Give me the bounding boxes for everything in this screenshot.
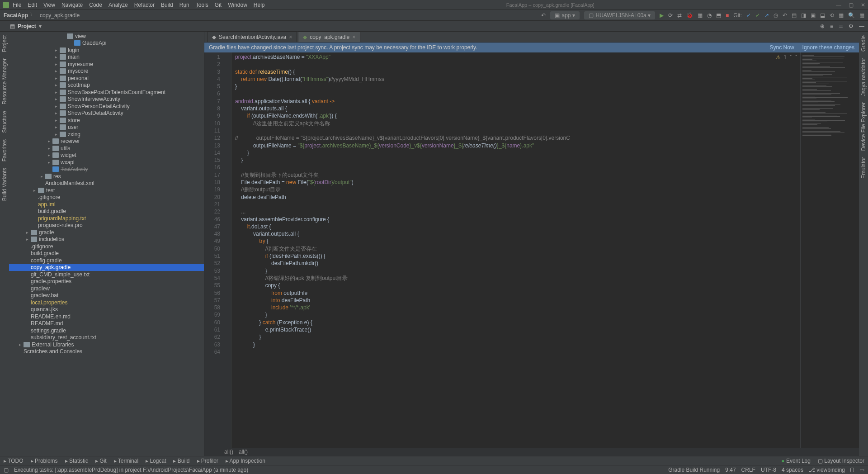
menu-edit[interactable]: Edit [28,2,37,8]
tree-item[interactable]: ▸scottmap [9,82,204,89]
sync-now-link[interactable]: Sync Now [770,44,794,51]
collapse-all-icon[interactable]: ≣ [839,23,843,29]
menu-build[interactable]: Build [161,2,173,8]
tree-item[interactable]: ▸wxapi [9,159,204,166]
run-icon[interactable]: ▶ [660,12,664,19]
tree-item[interactable]: AndroidManifest.xml [9,180,204,187]
stop-icon[interactable]: ■ [726,12,729,19]
bottom-tool-git[interactable]: ▸ Git [95,458,107,464]
maximize-icon[interactable]: ▢ [849,2,854,8]
minimap[interactable] [800,52,859,448]
menu-run[interactable]: Run [179,2,189,8]
menu-analyze[interactable]: Analyze [108,2,128,8]
toolbar-icon-4[interactable]: ▦ [859,12,864,19]
tree-item[interactable]: ▸myscore [9,68,204,75]
code-editor[interactable]: project.archivesBaseName = "XXXApp" stat… [231,52,800,448]
file-encoding[interactable]: UTF-8 [761,467,776,473]
tree-item[interactable]: ▸myresume [9,61,204,68]
toolbar-icon-3[interactable]: ▦ [839,12,844,19]
chevron-down-icon[interactable]: ▾ [39,23,42,29]
avd-icon[interactable]: ▣ [811,12,816,19]
tree-item[interactable]: ▸utils [9,145,204,152]
memory-indicator-icon[interactable]: ▭ [859,467,864,473]
tree-item[interactable]: GaodeApi [9,40,204,47]
toolwindow-toggle-icon[interactable]: ▢ [4,467,9,473]
tree-item[interactable]: view [9,33,204,40]
line-separator[interactable]: CRLF [741,467,755,473]
bottom-tool-todo[interactable]: ▸ TODO [4,458,24,464]
tree-item[interactable]: proguard-rules.pro [9,222,204,229]
bottom-tool-profiler[interactable]: ▸ Profiler [197,458,218,464]
search-icon[interactable]: 🔍 [848,12,855,19]
toolwindow-tab[interactable]: Gradle [860,35,867,52]
menu-navigate[interactable]: Navigate [61,2,83,8]
layout-inspector[interactable]: ▢ Layout Inspector [818,458,864,464]
toolwindow-tab[interactable]: Emulator [860,157,867,179]
tree-item[interactable]: priguardMapping.txt [9,215,204,222]
tree-item[interactable]: README.md [9,320,204,327]
tree-item[interactable]: ▸main [9,54,204,61]
tree-item[interactable]: ▸ShowPostDetailActivity [9,110,204,117]
back-icon[interactable]: ↶ [541,12,546,19]
tab-close-icon[interactable]: × [289,34,292,40]
tree-item[interactable]: TestActivity [9,166,204,173]
tree-item[interactable]: ▸External Libraries [9,341,204,348]
tab-close-icon[interactable]: × [352,34,355,40]
tree-item[interactable]: README.en.md [9,313,204,320]
toolbar-icon-2[interactable]: ◨ [801,12,806,19]
bottom-tool-logcat[interactable]: ▸ Logcat [146,458,166,464]
editor-tab[interactable]: ◆SearchIntentionlActivity.java× [207,32,297,42]
git-history-icon[interactable]: ◷ [774,12,778,19]
coverage-icon[interactable]: ▦ [698,12,703,19]
profile-icon[interactable]: ◔ [707,12,712,19]
tree-item[interactable]: ▸gradle [9,229,204,236]
bottom-tool-statistic[interactable]: ▸ Statistic [65,458,88,464]
tree-item[interactable]: .gitignore [9,243,204,250]
settings-icon[interactable]: ⚙ [849,23,854,29]
tree-item[interactable]: ▸ShowPersonDetailActivity [9,103,204,110]
editor-tab[interactable]: ◆copy_apk.gradle× [298,32,360,42]
menu-refactor[interactable]: Refactor [134,2,155,8]
hot-reload-icon[interactable]: ⇄ [677,12,682,19]
toolwindow-tab[interactable]: Jsqya navidator [860,58,867,96]
tree-item[interactable]: gradlew [9,285,204,292]
chevron-up-icon[interactable]: ˄ [789,54,792,61]
select-opened-file-icon[interactable]: ⊕ [820,23,825,29]
sdk-icon[interactable]: ⬓ [820,12,825,19]
minimize-icon[interactable]: — [836,2,841,8]
breadcrumb-file[interactable]: copy_apk.gradle [40,12,80,19]
tree-item[interactable]: gradle.properties [9,278,204,285]
tree-item[interactable]: copy_apk.gradle [9,264,204,271]
menu-git[interactable]: Git [215,2,222,8]
sync-icon[interactable]: ⟲ [830,12,834,19]
code-breadcrumbs[interactable]: all()all() [204,448,859,456]
close-icon[interactable]: ✕ [861,2,865,8]
toolwindow-tab[interactable]: Device File Explorer [860,102,867,151]
tree-item[interactable]: app.iml [9,201,204,208]
toolwindow-tab[interactable]: Favorites [1,139,8,161]
tree-item[interactable]: gradlew.bat [9,292,204,299]
tree-item[interactable]: ▸test [9,187,204,194]
tree-item[interactable]: ▸receiver [9,138,204,145]
tree-item[interactable]: ▸zxing [9,131,204,138]
apply-changes-icon[interactable]: ⟳ [668,12,673,19]
tree-item[interactable]: ▸widget [9,152,204,159]
toolbar-icon-1[interactable]: ▤ [792,12,797,19]
git-rollback-icon[interactable]: ↶ [783,12,787,19]
menu-view[interactable]: View [43,2,55,8]
toolwindow-tab[interactable]: Project [1,35,8,52]
tree-item[interactable]: build.gradle [9,250,204,257]
tree-item[interactable]: ▸ShowInterviewActivity [9,96,204,103]
chevron-down-icon[interactable]: ˅ [795,54,797,61]
tree-item[interactable]: .gitignore [9,194,204,201]
tree-item[interactable]: ▸personal [9,75,204,82]
inspection-badge[interactable]: ⚠ 1 ˄ ˅ [776,54,797,61]
project-label[interactable]: Project [18,23,36,29]
git-branch[interactable]: ⎇ viewbinding [809,467,845,473]
tree-item[interactable]: Scratches and Consoles [9,348,204,356]
hide-icon[interactable]: — [859,23,864,29]
tree-item[interactable]: quancai.jks [9,306,204,313]
tree-item[interactable]: settings.gradle [9,327,204,334]
tree-item[interactable]: ▸res [9,173,204,180]
tree-item[interactable]: ▸store [9,117,204,124]
